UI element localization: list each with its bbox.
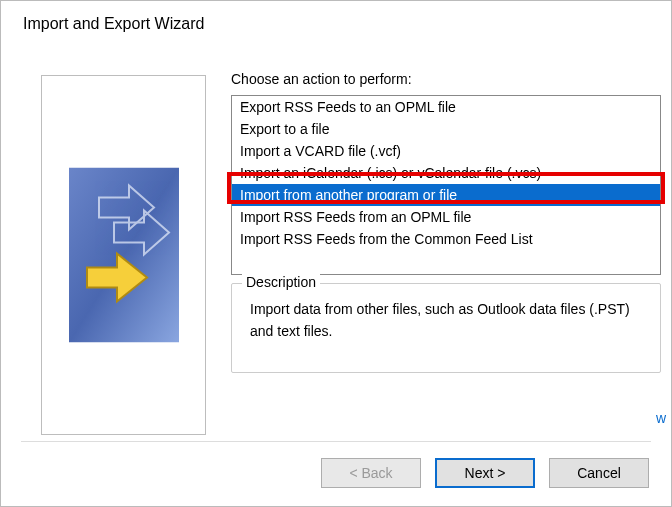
svg-rect-0 (69, 168, 179, 343)
description-group: Description Import data from other files… (231, 283, 661, 373)
import-export-icon (69, 168, 179, 343)
list-item[interactable]: Export RSS Feeds to an OPML file (232, 96, 660, 118)
description-legend: Description (242, 274, 320, 290)
action-listbox[interactable]: Export RSS Feeds to an OPML file Export … (231, 95, 661, 275)
cropped-text-fragment: w (656, 410, 666, 426)
list-item[interactable]: Import a VCARD file (.vcf) (232, 140, 660, 162)
list-item[interactable]: Export to a file (232, 118, 660, 140)
list-item-selected[interactable]: Import from another program or file (232, 184, 660, 206)
wizard-buttons: < Back Next > Cancel (321, 458, 649, 488)
list-item[interactable]: Import RSS Feeds from an OPML file (232, 206, 660, 228)
list-item[interactable]: Import RSS Feeds from the Common Feed Li… (232, 228, 660, 250)
wizard-illustration-frame (41, 75, 206, 435)
list-item[interactable]: Import an iCalendar (.ics) or vCalendar … (232, 162, 660, 184)
back-button: < Back (321, 458, 421, 488)
description-text: Import data from other files, such as Ou… (250, 298, 646, 342)
action-label: Choose an action to perform: (231, 71, 412, 87)
wizard-content: Choose an action to perform: Export RSS … (31, 65, 651, 416)
cancel-button[interactable]: Cancel (549, 458, 649, 488)
next-button[interactable]: Next > (435, 458, 535, 488)
separator (21, 441, 651, 442)
window-title: Import and Export Wizard (23, 15, 204, 33)
